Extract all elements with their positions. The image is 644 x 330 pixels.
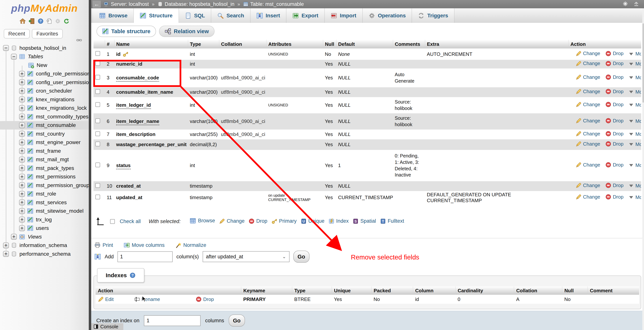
plus-toggle-icon[interactable]: +	[19, 174, 25, 180]
change-link[interactable]: Change	[576, 50, 600, 56]
tree-item-mst_mail_mgt[interactable]: +mst_mail_mgt	[0, 155, 89, 164]
check-all-checkbox[interactable]	[110, 219, 115, 224]
change-link[interactable]: Change	[576, 118, 600, 124]
tree-item-knex_migrations_lock[interactable]: +knex_migrations_lock	[0, 104, 89, 113]
row-checkbox[interactable]	[95, 102, 100, 107]
plus-toggle-icon[interactable]: +	[19, 157, 25, 163]
plus-toggle-icon[interactable]: +	[19, 97, 25, 102]
back-button[interactable]: ←	[92, 0, 101, 8]
tree-item-hopsbeta_holisol_in[interactable]: −hopsbeta_holisol_in	[0, 44, 89, 52]
tree-item-trx_log[interactable]: +trx_log	[0, 215, 89, 224]
console-tab[interactable]: Console	[91, 323, 123, 330]
sidebar-tab-favorites[interactable]: Favorites	[32, 29, 63, 38]
change-link[interactable]: Change	[576, 162, 600, 168]
drop-link[interactable]: Drop	[606, 182, 624, 188]
tree-item-mst_engine_power[interactable]: +mst_engine_power	[0, 138, 89, 147]
create-index-count-input[interactable]	[144, 315, 200, 326]
breadcrumb-item[interactable]: Database: hopsbeta_holisol_in	[158, 1, 234, 7]
tree-item-mst_frame[interactable]: +mst_frame	[0, 147, 89, 155]
drop-link[interactable]: Drop	[606, 131, 624, 137]
row-checkbox[interactable]	[95, 132, 100, 136]
more-link[interactable]: More	[629, 194, 641, 200]
minus-toggle-icon[interactable]: −	[3, 45, 9, 51]
plus-toggle-icon[interactable]: +	[19, 71, 25, 77]
change-link[interactable]: Change	[576, 194, 600, 200]
tree-item-config_role_permission_m[interactable]: +config_role_permission_m	[0, 70, 89, 78]
view-button-table-structure[interactable]: Table structure	[96, 26, 156, 37]
breadcrumb-item[interactable]: Server: localhost	[104, 1, 149, 7]
tab-operations[interactable]: Operations	[362, 8, 412, 23]
tree-item-tables[interactable]: −Tables	[0, 52, 89, 61]
row-checkbox[interactable]	[95, 142, 100, 146]
tab-structure[interactable]: Structure	[134, 8, 179, 23]
plus-toggle-icon[interactable]: +	[19, 79, 25, 85]
plus-toggle-icon[interactable]: +	[19, 217, 25, 222]
docs-icon[interactable]	[46, 18, 52, 24]
row-checkbox[interactable]	[95, 163, 100, 167]
more-link[interactable]: More	[629, 162, 641, 168]
row-checkbox[interactable]	[95, 89, 100, 94]
more-link[interactable]: More	[629, 89, 641, 95]
with-selected-browse[interactable]: Browse	[190, 218, 215, 224]
more-link[interactable]: More	[629, 51, 641, 57]
plus-toggle-icon[interactable]: +	[11, 234, 17, 240]
tab-sql[interactable]: SQL	[179, 8, 211, 23]
more-link[interactable]: More	[629, 118, 641, 124]
plus-toggle-icon[interactable]: +	[19, 88, 25, 94]
plus-toggle-icon[interactable]: +	[19, 105, 25, 111]
plus-toggle-icon[interactable]: +	[19, 131, 25, 137]
tree-item-users[interactable]: +users	[0, 224, 89, 233]
tree-item-views[interactable]: +Views	[0, 232, 89, 241]
home-icon[interactable]	[20, 18, 26, 24]
plus-toggle-icon[interactable]: +	[19, 114, 25, 120]
row-checkbox[interactable]	[95, 183, 100, 188]
plus-toggle-icon[interactable]: +	[19, 122, 25, 128]
plus-toggle-icon[interactable]: +	[3, 251, 9, 257]
change-link[interactable]: Change	[576, 89, 600, 94]
plus-toggle-icon[interactable]: +	[19, 225, 25, 231]
tree-item-information_schema[interactable]: +information_schema	[0, 241, 89, 250]
plus-toggle-icon[interactable]: +	[19, 208, 25, 214]
change-link[interactable]: Change	[576, 60, 600, 66]
add-go-button[interactable]: Go	[293, 251, 310, 263]
plus-toggle-icon[interactable]: +	[19, 148, 25, 154]
tree-item-mst_permissions[interactable]: +mst_permissions	[0, 172, 89, 181]
sidebar-scrollbar[interactable]	[89, 0, 91, 330]
change-link[interactable]: Change	[576, 131, 600, 137]
link-panel-icon[interactable]	[76, 37, 82, 43]
tool-move-columns[interactable]: Move columns	[124, 242, 165, 248]
view-button-relation-view[interactable]: Relation view	[159, 26, 214, 37]
tree-item-mst_pack_types[interactable]: +mst_pack_types	[0, 164, 89, 172]
index-edit-link[interactable]: Edit	[98, 297, 114, 302]
more-link[interactable]: More	[629, 75, 641, 81]
collapse-icon[interactable]	[634, 1, 639, 6]
tree-item-mst_commodity_types[interactable]: +mst_commodity_types	[0, 112, 89, 121]
sidebar-tab-recent[interactable]: Recent	[4, 29, 30, 38]
plus-toggle-icon[interactable]: +	[19, 140, 25, 145]
drop-link[interactable]: Drop	[606, 162, 624, 168]
tree-item-mst_sitewise_model[interactable]: +mst_sitewise_model	[0, 207, 89, 215]
with-selected-fulltext[interactable]: TFulltext	[380, 218, 404, 224]
index-drop-link[interactable]: Drop	[196, 297, 214, 302]
tree-item-mst_consumable[interactable]: +mst_consumable	[0, 121, 89, 130]
row-checkbox[interactable]	[95, 51, 100, 56]
more-link[interactable]: More	[629, 142, 641, 147]
add-count-input[interactable]	[118, 251, 172, 262]
help-icon[interactable]: ?	[38, 18, 44, 24]
phpmyadmin-logo[interactable]: phpMyAdmin	[0, 2, 89, 14]
help-icon[interactable]: ?	[130, 272, 136, 278]
tab-browse[interactable]: Browse	[93, 8, 134, 23]
change-link[interactable]: Change	[576, 141, 600, 147]
drop-link[interactable]: Drop	[606, 74, 624, 80]
tab-export[interactable]: Export	[286, 8, 325, 23]
settings-icon[interactable]	[622, 1, 628, 6]
tool-normalize[interactable]: Normalize	[175, 242, 206, 248]
with-selected-index[interactable]: Index	[328, 218, 349, 224]
tree-item-mst_country[interactable]: +mst_country	[0, 130, 89, 138]
tab-import[interactable]: Import	[325, 8, 362, 23]
drop-link[interactable]: Drop	[606, 60, 624, 66]
plus-toggle-icon[interactable]: +	[19, 199, 25, 205]
more-link[interactable]: More	[629, 131, 641, 137]
row-checkbox[interactable]	[95, 195, 100, 199]
tree-item-knex_migrations[interactable]: +knex_migrations	[0, 95, 89, 104]
